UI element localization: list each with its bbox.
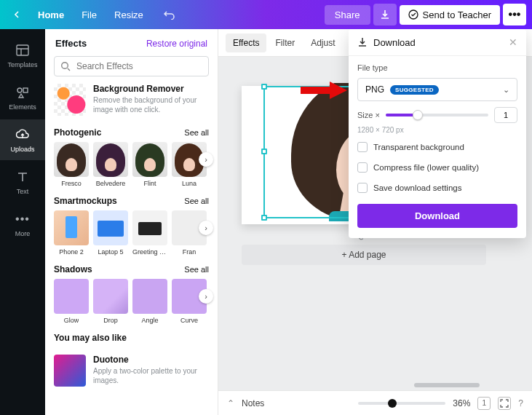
svg-point-4 [62, 63, 68, 69]
photogenic-fresco[interactable]: Fresco [54, 142, 89, 187]
sidebar-item-more[interactable]: ••• More [0, 204, 45, 245]
photogenic-belvedere[interactable]: Belvedere [93, 142, 128, 187]
more-icon: ••• [15, 211, 31, 227]
photogenic-flint[interactable]: Flint [132, 142, 167, 187]
back-button[interactable] [6, 7, 28, 23]
sidebar-item-text[interactable]: Text [0, 162, 45, 202]
dimensions-text: 1280 × 720 px [357, 126, 517, 134]
help-button[interactable]: ? [518, 398, 523, 408]
search-field[interactable] [76, 61, 202, 71]
send-to-teacher-button[interactable]: Send to Teacher [400, 5, 500, 25]
shadow-angle[interactable]: Angle [132, 279, 167, 324]
templates-icon [15, 42, 31, 58]
text-icon [15, 169, 31, 185]
download-title: Download [373, 37, 416, 48]
shadow-drop[interactable]: Drop [93, 279, 128, 324]
elements-icon [15, 84, 31, 100]
restore-original-link[interactable]: Restore original [146, 39, 207, 49]
photogenic-next[interactable]: › [199, 152, 213, 167]
panel-title: Effects [55, 38, 87, 49]
photogenic-see-all[interactable]: See all [184, 128, 209, 137]
canvas-stage: Effects Filter Adjust Cr [218, 29, 532, 415]
tab-adjust[interactable]: Adjust [303, 33, 342, 52]
size-label: Size × [357, 111, 380, 119]
red-arrow-annotation [301, 82, 347, 99]
bg-remover-desc: Remove the background of your image with… [93, 95, 209, 114]
mockup-greeting-card[interactable]: Greeting car... [132, 210, 167, 256]
chevron-down-icon: ⌄ [503, 85, 509, 95]
photogenic-heading: Photogenic [54, 127, 101, 138]
download-top-button[interactable] [373, 4, 397, 25]
shadows-heading: Shadows [54, 264, 92, 274]
send-label: Send to Teacher [423, 9, 491, 20]
fullscreen-button[interactable] [498, 397, 511, 410]
effects-panel: Effects Restore original Background Remo… [45, 29, 218, 415]
duotone-desc: Apply a two-color palette to your images… [93, 366, 209, 385]
sidebar-item-uploads[interactable]: Uploads [0, 119, 45, 160]
more-top-button[interactable]: ••• [503, 4, 526, 25]
filetype-select[interactable]: PNG SUGGESTED ⌄ [357, 78, 517, 101]
filetype-value: PNG [365, 84, 384, 95]
transparent-bg-checkbox[interactable]: Transparent background [357, 140, 517, 154]
search-icon [60, 61, 71, 71]
resize-menu[interactable]: Resize [107, 5, 151, 25]
compress-file-checkbox[interactable]: Compress file (lower quality) [357, 160, 517, 175]
resize-handle[interactable] [261, 215, 267, 221]
download-icon [357, 37, 368, 47]
smartmockups-heading: Smartmockups [54, 196, 117, 206]
sidebar-label: Text [17, 188, 29, 195]
zoom-value: 36% [453, 398, 470, 408]
svg-rect-1 [17, 45, 28, 55]
add-page-button[interactable]: + Add page [242, 245, 486, 265]
tab-effects[interactable]: Effects [226, 33, 266, 52]
undo-button[interactable] [156, 5, 183, 24]
shadows-next[interactable]: › [199, 289, 213, 304]
download-popover: Download ✕ File type PNG SUGGESTED ⌄ Siz… [349, 29, 526, 238]
smartmockups-next[interactable]: › [199, 221, 213, 235]
svg-rect-3 [23, 88, 28, 92]
duotone-card[interactable]: Duotone Apply a two-color palette to you… [54, 355, 209, 387]
ymal-heading: You may also like [54, 333, 127, 343]
size-slider[interactable] [386, 114, 488, 116]
sidebar-label: More [15, 230, 31, 237]
home-button[interactable]: Home [31, 5, 71, 25]
smartmockups-see-all[interactable]: See all [184, 197, 209, 205]
download-button[interactable]: Download [357, 204, 517, 228]
sidebar-label: Elements [9, 103, 36, 111]
notes-button[interactable]: Notes [242, 398, 264, 408]
bottom-bar: ⌃ Notes 36% 1 ? [218, 390, 532, 415]
sidebar-label: Templates [7, 61, 37, 68]
duotone-title: Duotone [93, 355, 209, 365]
tab-filter[interactable]: Filter [268, 33, 302, 52]
shadows-see-all[interactable]: See all [184, 265, 209, 274]
close-popover[interactable]: ✕ [509, 36, 517, 48]
background-remover-card[interactable]: Background Remover Remove the background… [54, 84, 209, 116]
page-count-button[interactable]: 1 [477, 397, 491, 410]
svg-point-2 [17, 88, 22, 92]
top-bar: Home File Resize Share Send to Teacher •… [0, 0, 532, 29]
share-button[interactable]: Share [325, 5, 370, 25]
sidebar-label: Uploads [10, 146, 34, 153]
shadow-glow[interactable]: Glow [54, 279, 89, 324]
horizontal-scrollbar[interactable] [335, 383, 523, 389]
zoom-knob[interactable] [388, 399, 397, 408]
save-settings-checkbox[interactable]: Save download settings [357, 181, 517, 195]
suggested-badge: SUGGESTED [390, 85, 439, 95]
mockup-phone2[interactable]: Phone 2 [54, 210, 89, 256]
sidebar-item-templates[interactable]: Templates [0, 35, 45, 76]
resize-handle[interactable] [261, 149, 267, 154]
slider-knob[interactable] [413, 110, 423, 120]
left-toolbar: Templates Elements Uploads Text ••• More [0, 29, 45, 415]
duotone-icon [54, 355, 86, 387]
mockup-laptop5[interactable]: Laptop 5 [93, 210, 128, 256]
notes-toggle-icon[interactable]: ⌃ [227, 398, 234, 408]
zoom-slider[interactable] [358, 402, 445, 405]
uploads-icon [15, 127, 31, 143]
resize-handle[interactable] [261, 84, 267, 90]
size-value-input[interactable]: 1 [494, 107, 517, 123]
file-menu[interactable]: File [74, 5, 104, 25]
search-effects-input[interactable] [54, 56, 209, 76]
svg-point-0 [409, 10, 418, 19]
sidebar-item-elements[interactable]: Elements [0, 77, 45, 118]
check-circle-icon [408, 9, 418, 20]
